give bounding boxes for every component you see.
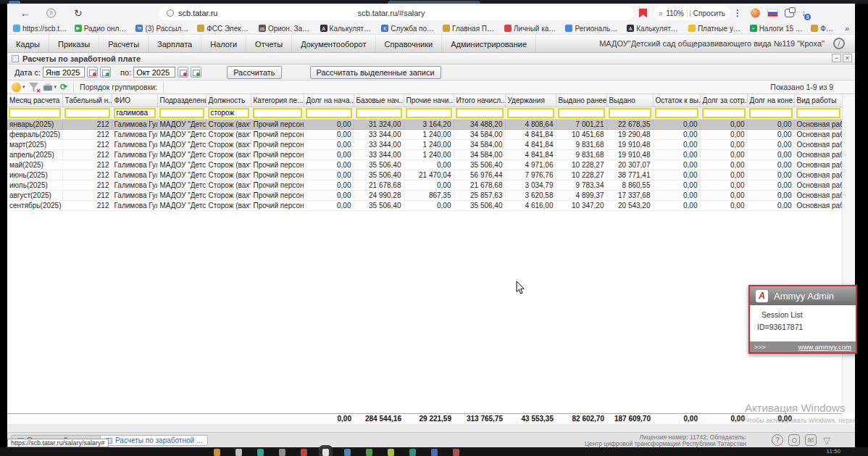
bookmark-item[interactable]: +Налоги 15 сад - G bbox=[750, 25, 804, 33]
column-header[interactable]: Должность bbox=[206, 94, 251, 107]
bookmark-item[interactable]: Личный кабинет bbox=[504, 25, 559, 33]
clear-filter-icon[interactable] bbox=[29, 83, 39, 92]
rewards-icon[interactable] bbox=[751, 9, 760, 18]
date-from-input[interactable] bbox=[43, 67, 85, 78]
feedback-icon[interactable]: ✉ bbox=[805, 434, 817, 446]
bookmark-flag-icon[interactable] bbox=[639, 9, 647, 18]
refresh-icon[interactable]: ⟳ bbox=[60, 82, 67, 92]
zoom-level[interactable]: 110% bbox=[666, 9, 684, 17]
filter-input[interactable] bbox=[558, 108, 605, 118]
reload-icon[interactable]: ↻ bbox=[74, 7, 83, 19]
filter-input[interactable] bbox=[114, 108, 156, 118]
calendar-add-icon[interactable] bbox=[100, 67, 111, 78]
bookmark-item[interactable]: Главная Портал З bbox=[443, 25, 497, 33]
calculate-selected-button[interactable]: Рассчитать выделенные записи bbox=[310, 66, 441, 79]
print-icon[interactable] bbox=[43, 83, 53, 92]
session-clock-icon[interactable]: / bbox=[833, 38, 845, 49]
taskbar-app-icon[interactable] bbox=[214, 449, 220, 456]
filter-input[interactable] bbox=[406, 108, 452, 118]
column-header[interactable]: Долг на коне... bbox=[747, 94, 794, 107]
column-header[interactable]: Прочие начи... bbox=[404, 94, 454, 107]
filter-input[interactable] bbox=[253, 108, 302, 118]
menu-item[interactable]: Администрирование bbox=[442, 36, 536, 53]
export-icon[interactable] bbox=[12, 83, 21, 92]
filter-input[interactable] bbox=[609, 108, 651, 118]
table-row[interactable]: март(2025)212Галимова Гульс...МАДОУ "Дет… bbox=[7, 139, 842, 149]
filter-input[interactable] bbox=[208, 108, 249, 118]
bookmark-item[interactable]: ФСГ( bbox=[811, 25, 837, 33]
bookmark-item[interactable]: ▶Радио онлайн – с bbox=[75, 25, 129, 33]
more-menu-icon[interactable]: ⋮ bbox=[733, 8, 742, 18]
menu-item[interactable]: Расчеты bbox=[99, 36, 149, 53]
table-row[interactable]: апрель(2025)212Галимова Гульс...МАДОУ "Д… bbox=[7, 149, 842, 159]
filter-input[interactable] bbox=[306, 108, 352, 118]
taskbar-app-icon[interactable] bbox=[344, 449, 351, 456]
ammyy-titlebar[interactable]: A Ammyy Admin bbox=[750, 286, 856, 305]
filter-input[interactable] bbox=[796, 108, 840, 118]
tab-groups-icon[interactable] bbox=[785, 9, 794, 17]
window-tab-salary[interactable]: Расчеты по заработной ... bbox=[100, 435, 208, 446]
column-header[interactable]: Выдано bbox=[606, 94, 653, 107]
filter-input[interactable] bbox=[507, 108, 554, 118]
ammyy-expand-button[interactable]: >>> bbox=[754, 344, 766, 351]
bookmark-item[interactable]: Платные услуги bbox=[688, 25, 743, 33]
taskbar-app-icon[interactable] bbox=[453, 449, 459, 456]
bookmark-item[interactable]: osОрион. Зарплатн bbox=[259, 25, 313, 33]
taskbar-app-icon[interactable] bbox=[409, 449, 416, 456]
column-header[interactable]: Табельный н... bbox=[62, 94, 112, 107]
taskbar-app-icon[interactable] bbox=[322, 449, 329, 456]
taskbar-app-icon[interactable] bbox=[257, 449, 264, 456]
table-row[interactable]: июль(2025)212Галимова Гульс...МАДОУ "Дет… bbox=[7, 180, 842, 190]
filter-input[interactable] bbox=[749, 108, 793, 118]
table-row[interactable]: май(2025)212Галимова Гульс...МАДОУ "Детс… bbox=[7, 159, 842, 170]
menu-item[interactable]: Справочники bbox=[376, 36, 443, 53]
table-row[interactable]: июнь(2025)212Галимова Гульс...МАДОУ "Дет… bbox=[7, 170, 842, 180]
ask-button[interactable]: Спросить bbox=[693, 9, 725, 17]
menu-item[interactable]: Кадры bbox=[7, 36, 49, 53]
calendar-icon[interactable] bbox=[178, 67, 188, 78]
column-header[interactable]: Вид работы bbox=[794, 94, 842, 107]
calculate-button[interactable]: Рассчитать bbox=[227, 66, 281, 79]
column-header[interactable]: Выдано ранее bbox=[556, 94, 606, 107]
bookmark-item[interactable]: Региональная ин bbox=[565, 25, 619, 33]
screenshot-icon[interactable] bbox=[788, 434, 800, 446]
help-icon[interactable]: ? bbox=[772, 434, 783, 446]
taskbar-app-icon[interactable] bbox=[235, 449, 242, 456]
column-header[interactable]: Удержания bbox=[505, 94, 556, 107]
column-header[interactable]: Подразделение bbox=[157, 94, 206, 107]
taskbar-app-icon[interactable] bbox=[279, 449, 285, 456]
back-icon[interactable]: ← bbox=[20, 7, 30, 19]
collapse-chevron-icon[interactable]: ▽ bbox=[822, 434, 832, 446]
russia-flag-icon[interactable] bbox=[767, 9, 778, 17]
column-header[interactable]: Категория пе... bbox=[251, 94, 304, 107]
chevron-down-icon[interactable]: ▾ bbox=[22, 84, 25, 90]
date-to-input[interactable] bbox=[133, 67, 175, 78]
table-row[interactable]: январь(2025)212Галимова Гульс...МАДОУ "Д… bbox=[7, 119, 842, 129]
taskbar-app-icon[interactable] bbox=[388, 449, 394, 456]
bookmark-item[interactable]: https://scb.tatar.r bbox=[13, 25, 67, 33]
bookmark-item[interactable]: AКалькулятор нал bbox=[320, 25, 375, 33]
bookmark-item[interactable]: KСлужба поддерж bbox=[381, 25, 435, 33]
filter-input[interactable] bbox=[356, 108, 402, 118]
address-bar[interactable]: scb.tatar.ru scb.tatar.ru/#salary bbox=[159, 6, 634, 20]
filter-input[interactable] bbox=[702, 108, 746, 118]
menu-item[interactable]: Документооборот bbox=[292, 36, 375, 53]
calendar-icon[interactable] bbox=[87, 67, 98, 78]
downloads-icon[interactable]: ↓3 bbox=[801, 8, 806, 18]
column-header[interactable]: Остаток к вы... bbox=[653, 94, 700, 107]
filter-input[interactable] bbox=[456, 108, 504, 118]
taskbar-app-icon[interactable] bbox=[431, 449, 438, 456]
column-header[interactable]: Базовые нач... bbox=[354, 94, 404, 107]
close-icon[interactable]: × bbox=[843, 54, 852, 62]
taskbar-app-icon[interactable] bbox=[301, 449, 307, 456]
filter-input[interactable] bbox=[9, 108, 61, 118]
extension-circle-icon[interactable]: 9 bbox=[46, 9, 56, 18]
bookmark-item[interactable]: ✉(3) Рассылки - По bbox=[135, 25, 190, 33]
table-row[interactable]: сентябрь(2025)212Галимова Гульс...МАДОУ … bbox=[7, 200, 842, 210]
bookmark-item[interactable]: ФСС Электронны bbox=[197, 25, 251, 33]
menu-item[interactable]: Налоги bbox=[201, 36, 246, 53]
filter-input[interactable] bbox=[159, 108, 204, 118]
column-header[interactable]: Долг за сотр... bbox=[700, 94, 747, 107]
scrollbar[interactable] bbox=[842, 94, 855, 413]
zoom-icon[interactable]: ⌕ bbox=[659, 9, 663, 18]
